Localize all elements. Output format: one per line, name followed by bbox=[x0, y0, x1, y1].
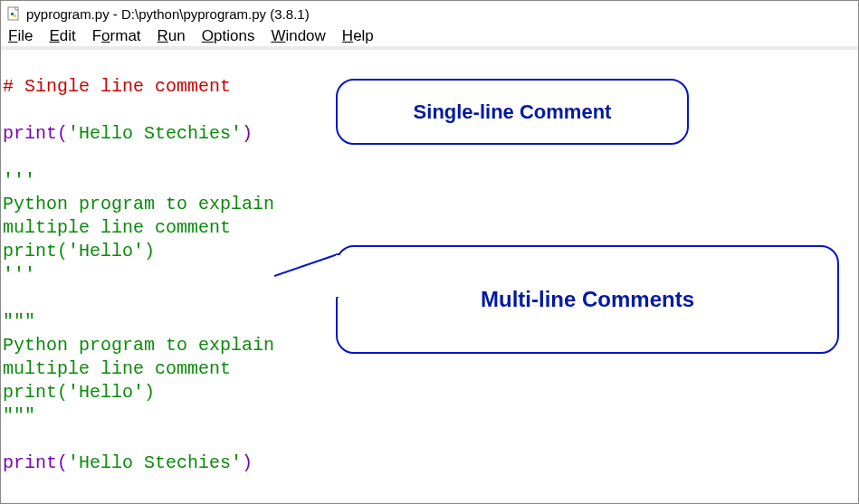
string-delim: """ bbox=[3, 311, 35, 332]
menu-options[interactable]: Options bbox=[202, 27, 255, 45]
menu-window[interactable]: Window bbox=[271, 27, 325, 45]
paren: ( bbox=[57, 123, 68, 144]
callout-single-label: Single-line Comment bbox=[414, 100, 612, 124]
code-line: # Single line comment bbox=[3, 76, 231, 97]
docstring-line: multiple line comment bbox=[3, 358, 231, 379]
title-bar: pyprogram.py - D:\python\pyprogram.py (3… bbox=[1, 1, 858, 26]
paren: ) bbox=[242, 123, 253, 144]
menu-edit[interactable]: Edit bbox=[49, 27, 75, 45]
paren: ) bbox=[242, 452, 253, 473]
identifier: print bbox=[3, 452, 57, 473]
window-title: pyprogram.py - D:\python\pyprogram.py (3… bbox=[26, 6, 310, 22]
menu-bar: File Edit Format Run Options Window Help bbox=[1, 26, 858, 50]
docstring-line: print('Hello') bbox=[3, 382, 155, 403]
string-delim: ''' bbox=[3, 264, 35, 285]
docstring-line: print('Hello') bbox=[3, 241, 155, 262]
callout-multi-line: Multi-line Comments bbox=[336, 245, 839, 354]
menu-run[interactable]: Run bbox=[157, 27, 186, 45]
menu-format[interactable]: Format bbox=[92, 27, 141, 45]
docstring-line: Python program to explain bbox=[3, 335, 274, 356]
menu-file[interactable]: File bbox=[8, 27, 33, 45]
string-literal: 'Hello Stechies' bbox=[68, 452, 242, 473]
callout-single-line: Single-line Comment bbox=[336, 79, 689, 145]
docstring-line: multiple line comment bbox=[3, 217, 231, 238]
docstring-line: Python program to explain bbox=[3, 194, 274, 214]
python-file-icon bbox=[6, 6, 21, 21]
callout-multi-label: Multi-line Comments bbox=[481, 287, 694, 312]
identifier: print bbox=[3, 123, 57, 144]
string-delim: """ bbox=[3, 405, 35, 426]
paren: ( bbox=[57, 452, 68, 473]
menu-help[interactable]: Help bbox=[342, 27, 374, 45]
code-editor[interactable]: # Single line comment print('Hello Stech… bbox=[3, 52, 274, 475]
string-delim: ''' bbox=[3, 170, 35, 191]
string-literal: 'Hello Stechies' bbox=[68, 123, 242, 144]
